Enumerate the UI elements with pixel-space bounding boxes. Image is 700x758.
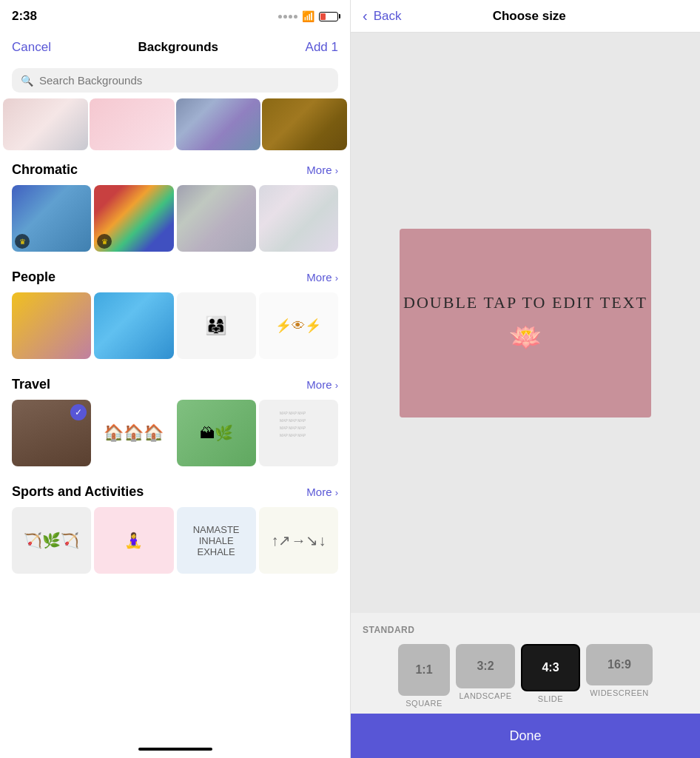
- top-thumbnails: [0, 98, 350, 156]
- sports-item-1[interactable]: 🏹🌿🏹: [12, 507, 91, 574]
- section-title-people: People: [12, 269, 55, 285]
- battery-fill: [320, 13, 326, 20]
- right-nav: ‹ Back Choose size: [351, 0, 700, 33]
- done-label: Done: [509, 728, 541, 744]
- size-box-square: 1:1: [398, 644, 450, 696]
- home-indicator: [0, 743, 350, 758]
- wifi-icon: 📶: [302, 10, 314, 22]
- section-chromatic: Chromatic More › ♛ ♛: [0, 156, 350, 264]
- size-label-square: SQUARE: [405, 699, 442, 708]
- size-label-landscape: LANDSCAPE: [459, 691, 511, 700]
- size-box-slide: 4:3: [521, 644, 580, 691]
- section-header-travel: Travel More ›: [12, 371, 338, 400]
- flower-decoration: 🪷: [509, 322, 542, 353]
- size-ratio-widescreen: 16:9: [608, 658, 631, 671]
- status-icons: 📶: [278, 10, 338, 22]
- size-box-landscape: 3:2: [456, 644, 515, 688]
- chevron-right-icon: ›: [335, 165, 338, 176]
- search-input[interactable]: [39, 74, 329, 87]
- sports-item-2[interactable]: 🧘‍♀️: [94, 507, 173, 574]
- size-box-widescreen: 16:9: [586, 644, 653, 685]
- travel-grid: ✓ 🏠🏠🏠 🏔🌿 MAP MAP MAP MAP MAP MAP MAP MAP…: [12, 400, 338, 466]
- home-bar: [138, 748, 212, 751]
- people-item-2[interactable]: [94, 292, 173, 359]
- preview-area: DOUBLE TAP TO EDIT TEXT 🪷: [351, 33, 700, 613]
- svg-text:MAP MAP MAP: MAP MAP MAP: [280, 426, 306, 430]
- travel-item-3[interactable]: 🏔🌿: [177, 400, 256, 466]
- preview-edit-text[interactable]: DOUBLE TAP TO EDIT TEXT: [403, 292, 647, 314]
- section-title-travel: Travel: [12, 377, 50, 392]
- back-button[interactable]: Back: [374, 9, 402, 24]
- chevron-right-icon-people: ›: [335, 272, 338, 284]
- signal-dot-1: [278, 15, 282, 19]
- size-ratio-slide: 4:3: [542, 661, 559, 674]
- thumb-wood[interactable]: [262, 98, 347, 150]
- section-more-sports[interactable]: More ›: [306, 486, 338, 498]
- chevron-right-icon-sports: ›: [335, 487, 338, 498]
- sports-item-3[interactable]: NAMASTE INHALE EXHALE: [177, 507, 256, 574]
- size-option-landscape[interactable]: 3:2 LANDSCAPE: [456, 644, 515, 708]
- thumb-cloud[interactable]: [3, 98, 88, 150]
- people-grid: 👨‍👩‍👧 ⚡👁⚡: [12, 292, 338, 359]
- size-option-widescreen[interactable]: 16:9 WIDESCREEN: [586, 644, 653, 708]
- section-header-people: People More ›: [12, 264, 338, 292]
- nav-bar: Cancel Backgrounds Add 1: [0, 33, 350, 65]
- crown-badge-2: ♛: [97, 234, 112, 249]
- size-ratio-landscape: 3:2: [477, 660, 494, 673]
- section-title-chromatic: Chromatic: [12, 162, 78, 178]
- search-bar: 🔍: [12, 68, 338, 93]
- signal-dot-4: [294, 15, 297, 19]
- people-item-1[interactable]: [12, 292, 91, 359]
- chromatic-item-1[interactable]: ♛: [12, 185, 91, 252]
- section-more-travel[interactable]: More ›: [306, 378, 338, 391]
- status-time: 2:38: [12, 9, 37, 24]
- chromatic-item-3[interactable]: [177, 185, 256, 252]
- size-ratio-square: 1:1: [415, 663, 432, 677]
- chromatic-item-4[interactable]: [259, 185, 338, 252]
- back-chevron-icon[interactable]: ‹: [363, 7, 368, 24]
- section-sports: Sports and Activities More › 🏹🌿🏹 🧘‍♀️ NA…: [0, 478, 350, 586]
- section-title-sports: Sports and Activities: [12, 484, 144, 500]
- left-panel: 2:38 📶 Cancel Backgrounds Add 1 🔍: [0, 0, 350, 758]
- people-item-3[interactable]: 👨‍👩‍👧: [177, 292, 256, 359]
- signal-dots: [278, 15, 297, 19]
- check-badge: ✓: [70, 404, 87, 420]
- chromatic-grid: ♛ ♛: [12, 185, 338, 252]
- cancel-button[interactable]: Cancel: [12, 40, 51, 55]
- chevron-right-icon-travel: ›: [335, 380, 338, 391]
- section-people: People More › 👨‍👩‍👧 ⚡👁⚡: [0, 264, 350, 371]
- section-header-chromatic: Chromatic More ›: [12, 156, 338, 185]
- travel-item-4[interactable]: MAP MAP MAP MAP MAP MAP MAP MAP MAP MAP …: [259, 400, 338, 466]
- battery-icon: [319, 12, 338, 21]
- svg-text:MAP MAP MAP: MAP MAP MAP: [280, 433, 306, 437]
- size-options: 1:1 SQUARE 3:2 LANDSCAPE 4:3 SLIDE 16:9: [363, 644, 688, 708]
- add-button[interactable]: Add 1: [306, 40, 338, 55]
- chromatic-item-2[interactable]: ♛: [94, 185, 173, 252]
- preview-card[interactable]: DOUBLE TAP TO EDIT TEXT 🪷: [400, 229, 651, 417]
- thumb-pink[interactable]: [90, 98, 175, 150]
- page-title: Backgrounds: [138, 40, 218, 55]
- section-header-sports: Sports and Activities More ›: [12, 478, 338, 507]
- status-bar: 2:38 📶: [0, 0, 350, 33]
- size-label-slide: SLIDE: [538, 694, 563, 703]
- svg-text:MAP MAP MAP: MAP MAP MAP: [280, 418, 306, 423]
- scroll-content[interactable]: Chromatic More › ♛ ♛ People: [0, 98, 350, 743]
- travel-item-2[interactable]: 🏠🏠🏠: [94, 400, 173, 466]
- done-button[interactable]: Done: [351, 714, 700, 758]
- standard-label: STANDARD: [363, 625, 688, 635]
- section-more-chromatic[interactable]: More ›: [306, 164, 338, 176]
- section-travel: Travel More › ✓ 🏠🏠🏠 🏔🌿 MAP MAP MAP MAP M…: [0, 371, 350, 478]
- size-option-slide[interactable]: 4:3 SLIDE: [521, 644, 580, 708]
- right-nav-title: Choose size: [407, 9, 651, 24]
- right-panel: ‹ Back Choose size DOUBLE TAP TO EDIT TE…: [351, 0, 700, 758]
- size-label-widescreen: WIDESCREEN: [590, 688, 649, 697]
- size-option-square[interactable]: 1:1 SQUARE: [398, 644, 450, 708]
- sports-item-4[interactable]: ↑↗→↘↓: [259, 507, 338, 574]
- travel-item-1[interactable]: ✓: [12, 400, 91, 466]
- svg-text:MAP MAP MAP: MAP MAP MAP: [280, 411, 306, 415]
- section-more-people[interactable]: More ›: [306, 271, 338, 284]
- sports-grid: 🏹🌿🏹 🧘‍♀️ NAMASTE INHALE EXHALE ↑↗→↘↓: [12, 507, 338, 574]
- thumb-holographic[interactable]: [176, 98, 261, 150]
- signal-dot-3: [289, 15, 292, 19]
- people-item-4[interactable]: ⚡👁⚡: [259, 292, 338, 359]
